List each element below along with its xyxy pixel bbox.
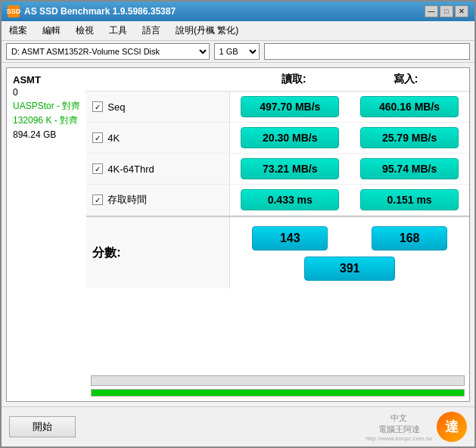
write-4k64: 95.74 MB/s xyxy=(350,154,469,184)
score-read-cell: 143 xyxy=(230,223,350,254)
read-seq-badge: 497.70 MB/s xyxy=(241,96,339,117)
label-seq: Seq xyxy=(107,101,125,113)
score-read-badge: 143 xyxy=(252,226,328,250)
main-content: ASMT 0 UASPStor - 對齊 132096 K - 對齊 894.2… xyxy=(2,63,474,406)
score-write-badge: 168 xyxy=(372,226,447,250)
write-seq: 460.16 MB/s xyxy=(350,92,469,122)
menu-language[interactable]: 語言 xyxy=(138,23,165,39)
watermark-text: 中文 電腦王阿達 http://www.kocpc.com.tw xyxy=(366,412,432,442)
row-label-seq: ✓ Seq xyxy=(86,92,230,122)
row-label-access: ✓ 存取時間 xyxy=(86,185,230,215)
device-info-panel: ASMT 0 UASPStor - 對齊 132096 K - 對齊 894.2… xyxy=(6,67,86,402)
read-seq: 497.70 MB/s xyxy=(230,92,350,122)
device-name: ASMT xyxy=(13,74,80,86)
scores-row: 分數: 143 168 391 xyxy=(86,216,469,288)
results-header: 讀取: 寫入: xyxy=(86,68,469,92)
minimize-button[interactable]: — xyxy=(425,5,438,17)
score-total-area: 391 xyxy=(230,254,469,282)
row-values-4k: 20.30 MB/s 25.79 MB/s xyxy=(230,123,469,153)
main-window: SSD AS SSD Benchmark 1.9.5986.35387 — □ … xyxy=(0,0,476,448)
read-4k64-badge: 73.21 MB/s xyxy=(241,158,339,179)
row-values-4k64: 73.21 MB/s 95.74 MB/s xyxy=(230,154,469,184)
menu-view[interactable]: 檢視 xyxy=(71,23,98,39)
label-4k: 4K xyxy=(107,132,120,144)
title-buttons: — □ ✕ xyxy=(425,5,468,17)
row-values-seq: 497.70 MB/s 460.16 MB/s xyxy=(230,92,469,122)
progress-bar-top xyxy=(91,375,465,386)
checkbox-4k64[interactable]: ✓ xyxy=(92,163,103,174)
device-uasp: UASPStor - 對齊 132096 K - 對齊 xyxy=(13,99,80,128)
checkbox-seq[interactable]: ✓ xyxy=(92,101,103,112)
maximize-button[interactable]: □ xyxy=(440,5,453,17)
header-write: 寫入: xyxy=(350,73,462,86)
write-4k64-badge: 95.74 MB/s xyxy=(360,158,459,179)
watermark-area: 中文 電腦王阿達 http://www.kocpc.com.tw 達 xyxy=(366,412,467,442)
write-4k: 25.79 MB/s xyxy=(350,123,469,153)
watermark-logo: 達 xyxy=(437,412,467,442)
table-row: ✓ 4K-64Thrd 73.21 MB/s 95.74 MB/s xyxy=(86,154,469,185)
score-write-cell: 168 xyxy=(350,223,469,254)
table-row: ✓ 存取時間 0.433 ms 0.151 ms xyxy=(86,185,469,216)
header-read: 讀取: xyxy=(238,73,350,86)
read-access: 0.433 ms xyxy=(230,185,350,215)
menu-edit[interactable]: 編輯 xyxy=(38,23,65,39)
progress-bar-bottom xyxy=(91,389,465,397)
score-label: 分數: xyxy=(86,217,230,288)
read-4k: 20.30 MB/s xyxy=(230,123,350,153)
row-label-4k: ✓ 4K xyxy=(86,123,230,153)
title-bar-left: SSD AS SSD Benchmark 1.9.5986.35387 xyxy=(8,5,176,17)
start-button[interactable]: 開始 xyxy=(9,416,76,437)
write-4k-badge: 25.79 MB/s xyxy=(360,127,459,148)
result-rows: ✓ Seq 497.70 MB/s 460.16 MB/s xyxy=(86,92,469,372)
checkbox-access[interactable]: ✓ xyxy=(92,194,103,205)
table-row: ✓ 4K 20.30 MB/s 25.79 MB/s xyxy=(86,123,469,154)
window-title: AS SSD Benchmark 1.9.5986.35387 xyxy=(24,6,176,17)
close-button[interactable]: ✕ xyxy=(455,5,468,17)
write-seq-badge: 460.16 MB/s xyxy=(360,96,459,117)
path-input[interactable] xyxy=(264,43,471,60)
table-row: ✓ Seq 497.70 MB/s 460.16 MB/s xyxy=(86,92,469,123)
checkbox-4k[interactable]: ✓ xyxy=(92,132,103,143)
title-bar: SSD AS SSD Benchmark 1.9.5986.35387 — □ … xyxy=(2,2,474,21)
read-access-badge: 0.433 ms xyxy=(241,189,339,210)
app-icon: SSD xyxy=(8,5,20,17)
results-panel: 讀取: 寫入: ✓ Seq 497.70 MB/s 4 xyxy=(86,67,470,402)
write-access: 0.151 ms xyxy=(350,185,469,215)
write-access-badge: 0.151 ms xyxy=(360,189,459,210)
score-values: 143 168 391 xyxy=(230,217,469,288)
progress-area xyxy=(86,372,469,401)
menu-help[interactable]: 說明(丹楓 繁化) xyxy=(171,23,243,39)
read-4k64: 73.21 MB/s xyxy=(230,154,350,184)
menu-file[interactable]: 檔案 xyxy=(5,23,32,39)
menu-tools[interactable]: 工具 xyxy=(104,23,132,39)
bottom-bar: 開始 中文 電腦王阿達 http://www.kocpc.com.tw 達 xyxy=(2,406,474,446)
row-values-access: 0.433 ms 0.151 ms xyxy=(230,185,469,215)
size-select[interactable]: 1 GB xyxy=(214,43,260,60)
read-4k-badge: 20.30 MB/s xyxy=(241,127,339,148)
toolbar: D: ASMT ASM1352R-Volume SCSI Disk 1 GB xyxy=(2,41,474,63)
label-access: 存取時間 xyxy=(107,193,147,207)
device-size: 894.24 GB xyxy=(13,129,80,140)
device-num: 0 xyxy=(13,87,80,98)
score-top: 143 168 xyxy=(230,223,469,254)
label-4k64: 4K-64Thrd xyxy=(107,163,154,175)
menu-bar: 檔案 編輯 檢視 工具 語言 說明(丹楓 繁化) xyxy=(2,21,474,41)
drive-select[interactable]: D: ASMT ASM1352R-Volume SCSI Disk xyxy=(6,43,210,60)
row-label-4k64: ✓ 4K-64Thrd xyxy=(86,154,230,184)
score-total-badge: 391 xyxy=(304,257,395,281)
